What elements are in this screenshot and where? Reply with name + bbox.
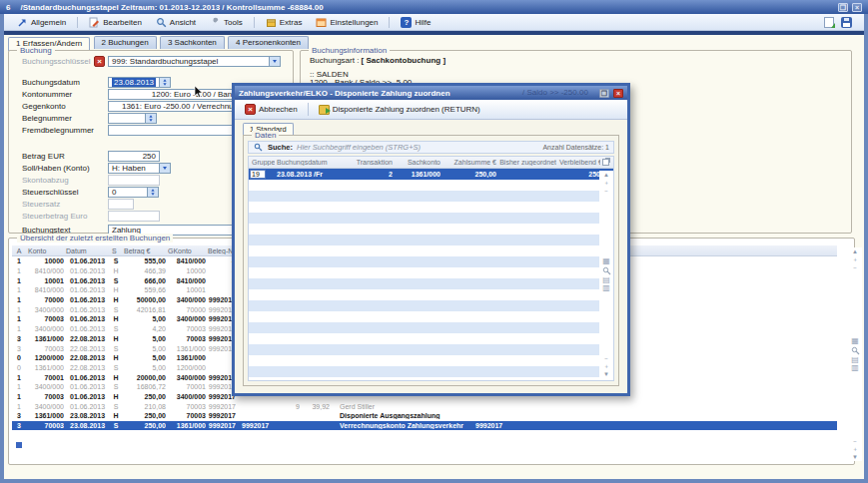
menu-hilfe[interactable]: ? Hilfe bbox=[396, 16, 435, 29]
cell-a: 1 bbox=[12, 306, 26, 313]
dropdown-button[interactable] bbox=[160, 163, 171, 174]
grid-icon[interactable]: ▦ bbox=[851, 337, 859, 345]
belegnummer-input[interactable] bbox=[108, 113, 146, 124]
table-row[interactable]: 3 70003 23.08.2013 S 250,00 1361/000 999… bbox=[12, 421, 837, 431]
field-label: Gegenkonto bbox=[22, 102, 106, 111]
close-icon[interactable]: × bbox=[852, 3, 862, 12]
cell-konto: 3400/000 bbox=[26, 383, 64, 390]
magnifier-icon[interactable] bbox=[601, 265, 612, 276]
dialog-toolbar: × Abbrechen Disponierte Zahlung zuordnen… bbox=[235, 100, 627, 120]
col-header[interactable]: Verbleibend € bbox=[556, 159, 600, 166]
scroll-bottom-icon[interactable]: ▼ bbox=[852, 453, 858, 461]
spinner-button[interactable] bbox=[146, 113, 157, 124]
betrag-input[interactable]: 250 bbox=[108, 151, 160, 162]
tab-personenkonten[interactable]: 4 Personenkonten bbox=[228, 36, 309, 49]
cell-konto: 70000 bbox=[26, 296, 64, 303]
steuerschluessel-input[interactable]: 0 bbox=[108, 187, 148, 198]
cell-s: S bbox=[110, 383, 122, 390]
magnifier-icon[interactable] bbox=[850, 345, 861, 356]
menu-einstellungen[interactable]: Einstellungen bbox=[311, 16, 383, 29]
col-header[interactable]: Bisher zugeordnet bbox=[496, 159, 556, 166]
scroll-plus-icon[interactable]: ＋ bbox=[603, 362, 609, 370]
buchungsschluessel-select[interactable]: 999: Standardbuchungsstapel bbox=[108, 56, 270, 67]
scroll-top-icon[interactable]: ▲ bbox=[852, 247, 858, 255]
col-header[interactable]: Gruppe bbox=[249, 159, 275, 166]
cell-datum: 22.08.2013 bbox=[64, 335, 110, 342]
save-icon[interactable] bbox=[841, 17, 852, 28]
copy-icon[interactable] bbox=[602, 159, 609, 166]
dialog-titlebar: Zahlungsverkehr/ELKO - Disponierte Zahlu… bbox=[235, 86, 627, 100]
clear-x-icon[interactable]: × bbox=[94, 56, 105, 67]
grid-icon[interactable]: ▦ bbox=[602, 257, 610, 265]
col-header[interactable]: Buchungsdatum bbox=[275, 159, 339, 166]
cell-steuerschluessel: 9 bbox=[280, 403, 300, 410]
dialog-close-icon[interactable]: × bbox=[613, 89, 623, 98]
scroll-minus-icon[interactable]: − bbox=[853, 437, 857, 445]
app-window: 6 /Standardbuchungsstapel Zeitraum: 01.2… bbox=[0, 0, 868, 483]
scroll-minus-icon[interactable]: − bbox=[853, 263, 857, 271]
cell-gkonto: 1361/000 bbox=[166, 422, 206, 429]
buchungsart-value: [ Sachkontobuchung ] bbox=[362, 56, 445, 65]
scroll-top-icon[interactable]: ▲ bbox=[603, 171, 609, 179]
menu-ansicht[interactable]: Ansicht bbox=[151, 16, 201, 29]
scroll-plus-icon[interactable]: ＋ bbox=[603, 179, 609, 187]
assign-icon bbox=[319, 105, 330, 115]
cell-datum: 01.06.2013 bbox=[64, 257, 110, 264]
gruppe-edit-box[interactable]: 19 bbox=[250, 170, 266, 179]
window-title: /Standardbuchungsstapel Zeitraum: 01.201… bbox=[20, 3, 323, 12]
dialog-restore-icon[interactable]: ❐ bbox=[599, 89, 609, 98]
cell-datum: 22.08.2013 bbox=[64, 345, 110, 352]
col-header[interactable]: Sachkonto bbox=[393, 159, 440, 166]
col-header[interactable]: Transaktion bbox=[339, 159, 393, 166]
scroll-plus-icon[interactable]: ＋ bbox=[852, 255, 858, 263]
next-row-marker bbox=[16, 442, 22, 448]
scroll-plus-icon[interactable]: ＋ bbox=[852, 445, 858, 453]
col-header[interactable]: GKonto bbox=[166, 247, 206, 254]
col-header[interactable]: Betrag € bbox=[122, 247, 166, 254]
scroll-bottom-icon[interactable]: ▼ bbox=[603, 370, 609, 378]
buchungsart-line: Buchungsart : [ Sachkontobuchung ] bbox=[310, 56, 445, 65]
col-header[interactable]: A bbox=[12, 247, 26, 254]
cell-konto: 70003 bbox=[26, 315, 64, 322]
post-document-icon[interactable] bbox=[824, 17, 834, 28]
search-bar[interactable]: Suche: Hier Suchbegriff eingeben (STRG+S… bbox=[248, 141, 614, 154]
cell-datum: 01.06.2013 bbox=[64, 393, 110, 400]
scroll-minus-icon[interactable]: − bbox=[604, 354, 608, 362]
spinner-button[interactable] bbox=[160, 77, 171, 88]
cell-gkonto: 3400/000 bbox=[166, 374, 206, 381]
wrench-icon bbox=[210, 17, 221, 28]
buchungsdatum-input[interactable]: 23.08.2013 bbox=[108, 77, 160, 88]
columns-icon[interactable]: ▥ bbox=[602, 284, 610, 292]
field-label: Steuerbetrag Euro bbox=[22, 212, 106, 221]
menu-bearbeiten[interactable]: Bearbeiten bbox=[84, 16, 147, 29]
col-header[interactable]: Zahlsumme € bbox=[440, 159, 496, 166]
menu-tools[interactable]: Tools bbox=[205, 16, 248, 29]
abort-button[interactable]: × Abbrechen bbox=[241, 103, 302, 116]
cell-betrag: 5,00 bbox=[122, 354, 166, 361]
menu-extras[interactable]: Extras bbox=[261, 16, 308, 29]
cell-betrag: 250,00 bbox=[122, 393, 166, 400]
cell-datum: 01.06.2013 bbox=[64, 277, 110, 284]
cell-buchungstext: Disponierte Ausgangszahlung bbox=[330, 412, 469, 419]
payment-row[interactable]: 19 23.08.2013 /Fr 2 1361/000 250,00 250 bbox=[249, 169, 613, 180]
cell-gkonto: 70000 bbox=[166, 306, 206, 313]
restore-icon[interactable]: ❐ bbox=[838, 3, 848, 12]
columns-icon[interactable]: ▥ bbox=[851, 364, 859, 372]
spinner-button[interactable] bbox=[148, 187, 159, 198]
col-header[interactable]: Konto bbox=[26, 247, 64, 254]
cell-betrag: 250,00 bbox=[122, 422, 166, 429]
sollhaben-select[interactable]: H: Haben bbox=[108, 163, 160, 174]
dropdown-button[interactable] bbox=[270, 56, 281, 67]
window-number: 6 bbox=[6, 3, 10, 12]
menu-allgemein[interactable]: Allgemein bbox=[12, 16, 71, 29]
assign-button[interactable]: Disponierte Zahlung zuordnen (RETURN) bbox=[315, 104, 484, 116]
scroll-minus-icon[interactable]: − bbox=[604, 187, 608, 195]
toolbar-separator bbox=[308, 103, 309, 116]
table-row[interactable]: 1 3400/000 01.06.2013 S 210,08 70003 999… bbox=[12, 401, 837, 411]
tab-sachkonten[interactable]: 3 Sachkonten bbox=[160, 36, 225, 49]
col-header[interactable]: S bbox=[110, 247, 122, 254]
col-header[interactable]: Datum bbox=[64, 247, 110, 254]
table-row[interactable]: 3 1361/000 23.08.2013 H 250,00 70003 999… bbox=[12, 411, 837, 421]
cell-datum: 01.06.2013 bbox=[64, 315, 110, 322]
tab-buchungen[interactable]: 2 Buchungen bbox=[94, 36, 157, 49]
